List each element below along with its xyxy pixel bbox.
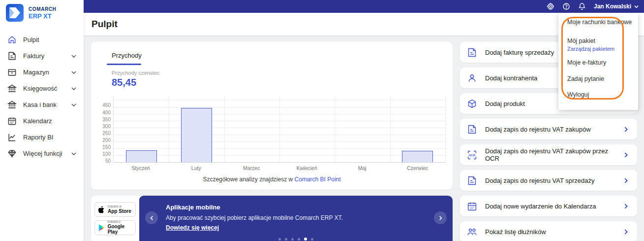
carousel-prev-button[interactable] <box>145 211 158 224</box>
help-icon[interactable] <box>562 2 570 10</box>
carousel-next-button[interactable] <box>434 211 447 224</box>
warehouse-icon <box>7 68 17 77</box>
google-play-icon <box>98 224 105 231</box>
revenue-chart-card: Przychody Przychody czerwiec 85,45 50100… <box>91 42 453 190</box>
bank-icon <box>7 100 17 109</box>
badge-pre: POBIERZ W <box>108 206 131 208</box>
sidebar-item-label: Kalendarz <box>23 117 77 125</box>
chevron-right-icon <box>623 152 629 158</box>
sidebar-item-label: Pulpit <box>23 36 77 43</box>
chevron-down-icon <box>71 151 77 157</box>
menu-link-zarzadzaj-pakietem[interactable]: Zarządzaj pakietem <box>567 46 614 52</box>
tab-przychody[interactable]: Przychody <box>106 49 148 64</box>
badge-text: POBIERZ Z Google Play <box>108 221 135 235</box>
settings-gear-icon[interactable] <box>547 2 554 10</box>
bank-icon <box>7 84 17 93</box>
user-menu-trigger[interactable]: Jan Kowalski <box>594 3 639 10</box>
tab-active-underline <box>107 64 141 65</box>
logo-product: ERP XT <box>29 12 56 20</box>
carousel-dot-5[interactable] <box>304 238 307 241</box>
v-gridline <box>335 96 335 163</box>
carousel-dots <box>139 238 453 241</box>
user-dropdown-menu: Moje rachunki bankowe Mój pakiet Zarządz… <box>558 13 638 110</box>
y-axis-tick: 150 <box>102 144 111 149</box>
y-axis-tick: 50 <box>105 158 111 163</box>
sidebar-item-ksiegowosc[interactable]: Księgowość <box>0 80 84 97</box>
ocr-icon: OCR <box>467 150 477 160</box>
action-label: Dodaj nowe wydarzenie do Kalendarza <box>485 203 615 210</box>
chart-footer-text: Szczegółowe analizy znajdziesz w <box>203 176 293 183</box>
banner-description: Aby pracować szybciej pobierz aplikacje … <box>166 214 343 221</box>
menu-item-moj-pakiet[interactable]: Mój pakiet <box>567 37 595 44</box>
chevron-right-icon <box>623 177 629 184</box>
invoice-icon <box>467 175 477 186</box>
home-icon <box>7 35 17 44</box>
action-add-vat-purchase-ocr[interactable]: OCR Dodaj zapis do rejestru VAT zakupów … <box>460 144 637 165</box>
badge-name: App Store <box>108 208 131 214</box>
carousel-dot-6[interactable] <box>311 238 313 241</box>
menu-item-moje-e-faktury[interactable]: Moje e-faktury <box>567 59 606 66</box>
carousel-dot-3[interactable] <box>291 238 294 241</box>
y-axis-tick: 450 <box>102 103 111 108</box>
chart-plot: 50100150200250300350400450 <box>113 96 445 163</box>
chart-x-labels: StyczeńLutyMarzecKwiecieńMajCzerwiec <box>113 165 445 171</box>
action-add-calendar-event[interactable]: Dodaj nowe wydarzenie do Kalendarza <box>460 196 637 216</box>
banner-title: Aplikacje mobilne <box>166 204 343 211</box>
v-gridline <box>445 96 446 163</box>
action-add-vat-purchase-entry[interactable]: Dodaj zapis do rejestru VAT zakupów <box>460 119 637 139</box>
sidebar-item-raporty-bi[interactable]: Raporty BI <box>0 129 84 145</box>
bar-Czerwiec <box>402 151 433 163</box>
learn-more-link[interactable]: Dowiedz się więcej <box>166 224 219 231</box>
sidebar-item-magazyn[interactable]: Magazyn <box>0 64 84 80</box>
chevron-down-icon <box>634 4 639 9</box>
menu-item-moje-rachunki-bankowe[interactable]: Moje rachunki bankowe <box>567 19 632 26</box>
chart-icon <box>7 133 17 142</box>
bi-point-link[interactable]: Comarch BI Point <box>295 176 341 183</box>
action-label: Pokaż listę dłużników <box>485 228 615 236</box>
x-axis-line <box>114 162 445 163</box>
banner-text: Aplikacje mobilne Aby pracować szybciej … <box>166 204 343 232</box>
mobile-apps-banner: POBIERZ W App Store POBIERZ Z Google Pla… <box>91 196 453 241</box>
sidebar-item-kasa-i-bank[interactable]: Kasa i bank <box>0 97 84 113</box>
menu-item-zadaj-pytanie[interactable]: Zadaj pytanie <box>567 75 604 82</box>
kpi-label: Przychody czerwiec <box>112 70 159 76</box>
user-name: Jan Kowalski <box>594 3 631 10</box>
y-axis-tick: 300 <box>102 123 111 129</box>
y-axis-tick: 200 <box>102 137 111 142</box>
action-label: Dodaj zapis do rejestru VAT zakupów prze… <box>485 147 615 162</box>
bar-Styczeń <box>126 150 157 163</box>
sidebar-item-kalendarz[interactable]: Kalendarz <box>0 113 84 129</box>
carousel-dot-2[interactable] <box>285 238 287 241</box>
chevron-down-icon <box>71 53 77 59</box>
sidebar-nav: Pulpit Faktury Magazyn Księgowość <box>0 32 84 162</box>
calendar-icon <box>7 116 17 126</box>
x-axis-label: Kwiecień <box>279 165 335 171</box>
chevron-down-icon <box>71 69 77 75</box>
menu-item-wyloguj[interactable]: Wyloguj <box>567 91 589 98</box>
chart-tabs: Przychody <box>106 49 148 65</box>
diamond-icon <box>7 149 17 158</box>
x-axis-label: Maj <box>335 165 390 171</box>
sidebar-item-faktury[interactable]: Faktury <box>0 48 84 64</box>
x-axis-label: Styczeń <box>113 165 169 171</box>
action-add-vat-sales-entry[interactable]: Dodaj zapis do rejestru VAT sprzedaży <box>460 170 637 191</box>
x-axis-label: Czerwiec <box>390 165 446 171</box>
apple-icon <box>98 206 105 213</box>
action-show-debtors-list[interactable]: Pokaż listę dłużników <box>460 221 637 241</box>
carousel-dot-1[interactable] <box>278 238 281 241</box>
chevron-right-icon <box>623 203 629 209</box>
app-store-badge[interactable]: POBIERZ W App Store <box>94 202 136 217</box>
google-play-badge[interactable]: POBIERZ Z Google Play <box>94 220 136 235</box>
sidebar-item-wiecej-funkcji[interactable]: Więcej funkcji <box>0 145 84 162</box>
notifications-bell-icon[interactable] <box>578 2 586 10</box>
topbar: Jan Kowalski <box>84 0 644 13</box>
logo-company: COMARCH <box>29 6 56 12</box>
y-axis-tick: 250 <box>102 130 111 136</box>
y-axis-tick: 100 <box>102 151 111 156</box>
cube-icon <box>467 99 477 109</box>
app-logo[interactable]: COMARCH ERP XT <box>0 0 84 26</box>
chevron-right-icon <box>623 126 629 133</box>
carousel-dot-4[interactable] <box>298 238 300 241</box>
sidebar-item-pulpit[interactable]: Pulpit <box>0 32 84 48</box>
sidebar-item-label: Faktury <box>23 52 64 60</box>
